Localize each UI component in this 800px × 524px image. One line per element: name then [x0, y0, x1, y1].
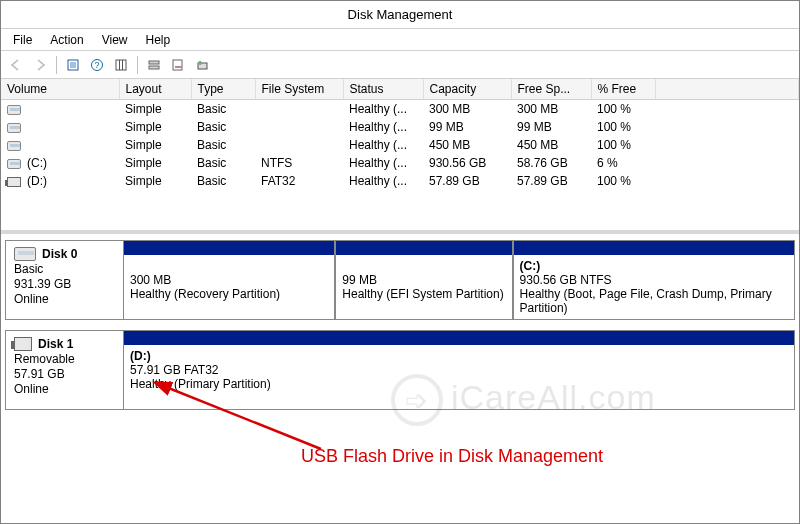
col-spacer: [655, 79, 799, 100]
partition[interactable]: 300 MBHealthy (Recovery Partition): [124, 241, 334, 319]
disk-icon: [14, 247, 36, 261]
menu-file[interactable]: File: [5, 31, 40, 49]
menubar: File Action View Help: [1, 29, 799, 51]
properties-button[interactable]: [167, 54, 189, 76]
annotation-text: USB Flash Drive in Disk Management: [301, 446, 603, 467]
titlebar: Disk Management: [1, 1, 799, 29]
disk-info[interactable]: Disk 1Removable57.91 GBOnline: [6, 331, 124, 409]
toolbar: ?: [1, 51, 799, 79]
partition[interactable]: (D:)57.91 GB FAT32Healthy (Primary Parti…: [124, 331, 794, 409]
svg-rect-10: [175, 66, 182, 68]
volume-list-pane[interactable]: Volume Layout Type File System Status Ca…: [1, 79, 799, 234]
menu-help[interactable]: Help: [138, 31, 179, 49]
volume-icon: [7, 177, 21, 187]
partition-stripe: [124, 331, 794, 345]
svg-rect-9: [173, 60, 182, 70]
actions-button[interactable]: [191, 54, 213, 76]
disk-info[interactable]: Disk 0Basic931.39 GBOnline: [6, 241, 124, 319]
volume-icon: [7, 141, 21, 151]
back-button: [5, 54, 27, 76]
disk-graph-pane[interactable]: Disk 0Basic931.39 GBOnline 300 MBHealthy…: [1, 234, 799, 523]
refresh-button[interactable]: [62, 54, 84, 76]
svg-rect-4: [116, 60, 126, 70]
settings-button[interactable]: [110, 54, 132, 76]
table-row[interactable]: (D:)SimpleBasicFAT32Healthy (...57.89 GB…: [1, 172, 799, 190]
partition[interactable]: 99 MBHealthy (EFI System Partition): [334, 241, 511, 319]
partition[interactable]: (C:)930.56 GB NTFSHealthy (Boot, Page Fi…: [512, 241, 794, 319]
volume-icon: [7, 105, 21, 115]
table-row[interactable]: (C:)SimpleBasicNTFSHealthy (...930.56 GB…: [1, 154, 799, 172]
svg-rect-8: [149, 66, 159, 69]
volume-table: Volume Layout Type File System Status Ca…: [1, 79, 799, 190]
col-layout[interactable]: Layout: [119, 79, 191, 100]
svg-rect-1: [70, 62, 76, 68]
menu-view[interactable]: View: [94, 31, 136, 49]
menu-action[interactable]: Action: [42, 31, 91, 49]
table-row[interactable]: SimpleBasicHealthy (...450 MB450 MB100 %: [1, 136, 799, 154]
col-status[interactable]: Status: [343, 79, 423, 100]
partition-stripe: [336, 241, 511, 255]
col-pct[interactable]: % Free: [591, 79, 655, 100]
table-header-row: Volume Layout Type File System Status Ca…: [1, 79, 799, 100]
forward-button: [29, 54, 51, 76]
table-row[interactable]: SimpleBasicHealthy (...300 MB300 MB100 %: [1, 100, 799, 119]
window-title: Disk Management: [348, 7, 453, 22]
disk-row[interactable]: Disk 0Basic931.39 GBOnline 300 MBHealthy…: [5, 240, 795, 320]
svg-rect-6: [122, 60, 123, 70]
disk-list-button[interactable]: [143, 54, 165, 76]
col-free[interactable]: Free Sp...: [511, 79, 591, 100]
help-button[interactable]: ?: [86, 54, 108, 76]
partition-stripe: [514, 241, 794, 255]
col-fs[interactable]: File System: [255, 79, 343, 100]
col-capacity[interactable]: Capacity: [423, 79, 511, 100]
svg-text:?: ?: [94, 60, 99, 70]
table-row[interactable]: SimpleBasicHealthy (...99 MB99 MB100 %: [1, 118, 799, 136]
col-volume[interactable]: Volume: [1, 79, 119, 100]
svg-rect-5: [119, 60, 120, 70]
svg-point-12: [198, 61, 202, 65]
disk-icon: [14, 337, 32, 351]
partition-stripe: [124, 241, 334, 255]
volume-icon: [7, 123, 21, 133]
svg-rect-7: [149, 61, 159, 64]
disk-row[interactable]: Disk 1Removable57.91 GBOnline(D:)57.91 G…: [5, 330, 795, 410]
disk-management-window: Disk Management File Action View Help ?: [0, 0, 800, 524]
col-type[interactable]: Type: [191, 79, 255, 100]
volume-icon: [7, 159, 21, 169]
